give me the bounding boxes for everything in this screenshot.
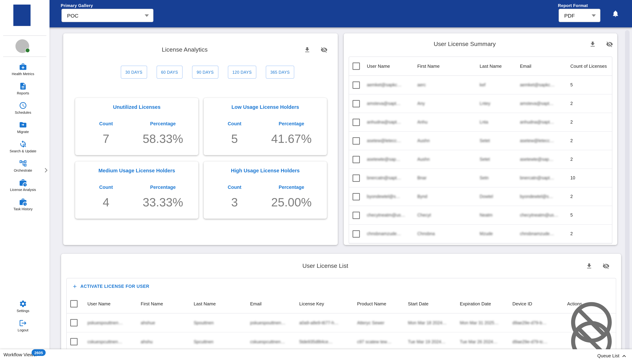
- table-row: anhudna@sapt…AnhuLntaanhudna@sapt…2: [349, 113, 612, 132]
- select-all-checkbox[interactable]: [70, 300, 78, 308]
- sidebar-item-label: Schedules: [15, 110, 31, 114]
- redacted-cell: aemket@sapkc…: [516, 82, 567, 88]
- divider: [3, 36, 46, 36]
- count-value: 5: [212, 132, 257, 146]
- row-checkbox[interactable]: [352, 137, 360, 144]
- row-checkbox[interactable]: [70, 319, 78, 326]
- row-checkbox[interactable]: [352, 156, 360, 163]
- chevron-down-icon: [145, 14, 149, 17]
- row-checkbox-cell: [349, 212, 363, 219]
- download-icon[interactable]: [589, 41, 596, 48]
- range-button-120-days[interactable]: 120 DAYS: [228, 66, 256, 79]
- percentage-label: Percentage: [128, 185, 197, 190]
- metric-count-column: Count7: [84, 121, 128, 146]
- caret-up-icon: [622, 354, 626, 358]
- bottom-bar: Workflow Viewer 2605 Queue List: [0, 349, 632, 364]
- table-row: bnercatn@sapt…BnarSetnbnercatn@sapt…10: [349, 169, 612, 188]
- divider: [3, 56, 46, 57]
- row-checkbox-cell: [349, 193, 363, 200]
- redacted-cell: Setet: [476, 157, 516, 162]
- column-header: User Name: [363, 64, 414, 69]
- metric-card-low-usage-license-holders: Low Usage License HoldersCount5Percentag…: [204, 98, 327, 155]
- redacted-cell: pskuespouttnen…: [247, 320, 296, 325]
- redacted-cell: asetew@letecc…: [516, 138, 567, 143]
- notifications-bell-icon[interactable]: [612, 10, 619, 18]
- avatar[interactable]: [16, 39, 29, 53]
- redacted-cell: Tue Mar 26 2024…: [456, 339, 509, 344]
- percentage-value: 33.33%: [128, 196, 197, 209]
- range-button-365-days[interactable]: 365 DAYS: [266, 66, 294, 79]
- row-checkbox[interactable]: [352, 81, 360, 89]
- activate-license-button[interactable]: ACTIVATE LICENSE FOR USER: [67, 278, 616, 294]
- sidebar-item-task-history[interactable]: Task History: [0, 195, 46, 214]
- row-checkbox[interactable]: [352, 118, 360, 126]
- migrate-icon: [19, 121, 27, 129]
- redacted-cell: Tue Mar 19 2024…: [404, 339, 456, 344]
- column-header: Device ID: [509, 301, 564, 306]
- count-value: 4: [84, 196, 128, 209]
- range-button-60-days[interactable]: 60 DAYS: [156, 66, 182, 79]
- redacted-cell: a0a9-a8e9-t677-h…: [296, 320, 354, 325]
- sidebar-item-schedules[interactable]: Schedules: [0, 98, 46, 118]
- redacted-cell: Lntey: [476, 101, 516, 106]
- scrollbar[interactable]: [625, 30, 630, 353]
- sidebar-item-settings[interactable]: Settings: [0, 296, 46, 316]
- license-table-header: User NameFirst NameLast NameEmailLicense…: [67, 294, 616, 314]
- count-value: 7: [84, 132, 128, 146]
- report-format-value: PDF: [564, 12, 575, 18]
- range-button-90-days[interactable]: 90 DAYS: [192, 66, 218, 79]
- queue-list-toggle[interactable]: Queue List: [597, 353, 626, 358]
- metric-count-column: Count3: [212, 185, 257, 209]
- sidebar-item-label: Reports: [17, 91, 29, 95]
- download-icon[interactable]: [304, 46, 311, 53]
- license-analysis-icon: [19, 179, 27, 187]
- select-all-checkbox[interactable]: [352, 62, 360, 70]
- sidebar-item-license-analysis[interactable]: License Analysis: [0, 176, 46, 195]
- table-row: checytneatm@us…ChecytNeatmchecytneatm@us…: [349, 206, 612, 225]
- row-checkbox-cell: [349, 137, 363, 144]
- download-icon[interactable]: [586, 262, 593, 270]
- redacted-cell: aerc: [414, 82, 476, 88]
- activate-license-label: ACTIVATE LICENSE FOR USER: [80, 284, 150, 289]
- percentage-label: Percentage: [257, 185, 326, 190]
- primary-gallery-select[interactable]: POC: [62, 9, 154, 22]
- report-format-select[interactable]: PDF: [558, 9, 600, 22]
- row-checkbox-cell: [67, 338, 84, 346]
- row-checkbox[interactable]: [70, 338, 78, 346]
- eye-off-icon[interactable]: [602, 262, 610, 270]
- search-update-icon: [19, 140, 27, 148]
- redacted-cell: chnsbnamzude…: [516, 231, 567, 236]
- sidebar-item-migrate[interactable]: Migrate: [0, 118, 46, 137]
- eye-off-icon[interactable]: [320, 46, 328, 53]
- redacted-cell: pskuespouttnen…: [84, 320, 137, 325]
- sidebar-item-logout[interactable]: Logout: [0, 316, 46, 335]
- row-checkbox[interactable]: [352, 193, 360, 200]
- row-checkbox[interactable]: [352, 212, 360, 219]
- redacted-cell: c97 scatew tew…: [354, 339, 404, 344]
- license-count-cell: 5: [567, 213, 612, 218]
- metric-columns: Count4Percentage33.33%: [84, 185, 197, 209]
- row-checkbox[interactable]: [352, 100, 360, 107]
- row-checkbox[interactable]: [352, 230, 360, 238]
- user-license-summary-card: User License Summary User NameFirst Name…: [344, 33, 617, 245]
- sidebar-item-reports[interactable]: Reports: [0, 79, 46, 98]
- eye-off-icon[interactable]: [606, 41, 613, 48]
- row-checkbox[interactable]: [352, 174, 360, 182]
- table-row: amsteva@sapt…AnyLnteyamsteva@sapt…2: [349, 94, 612, 113]
- sidebar-item-search-update[interactable]: Search & Update: [0, 137, 46, 156]
- percentage-label: Percentage: [257, 121, 326, 126]
- sidebar-expand-chevron-icon[interactable]: [43, 167, 49, 174]
- logout-icon: [19, 319, 27, 327]
- metric-percentage-column: Percentage33.33%: [128, 185, 197, 209]
- range-button-30-days[interactable]: 30 DAYS: [121, 66, 147, 79]
- sidebar-item-label: Health Metrics: [12, 72, 34, 76]
- sidebar-item-health-metrics[interactable]: Health Metrics: [0, 60, 46, 79]
- redacted-cell: Setn: [476, 176, 516, 180]
- sidebar-item-label: Logout: [18, 328, 28, 332]
- sidebar-item-orchestrate[interactable]: Orchestrate: [0, 156, 46, 176]
- redacted-cell: Dowtel: [476, 194, 516, 199]
- redacted-cell: Neatm: [476, 213, 516, 218]
- online-status-dot: [25, 48, 30, 53]
- table-row: pskuespouttnen…ahshueSpouttnenpskuespout…: [67, 314, 616, 332]
- redacted-cell: bnercatn@sapt…: [363, 176, 414, 180]
